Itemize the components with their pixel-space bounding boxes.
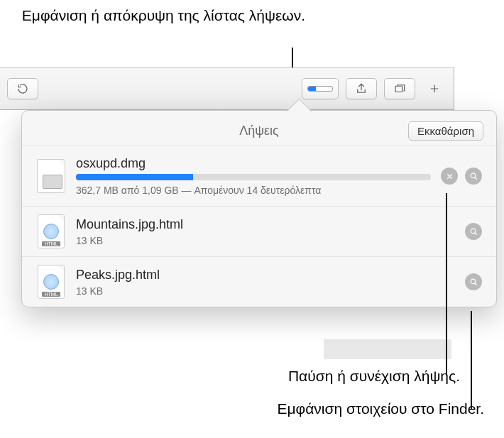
download-row: osxupd.dmg 362,7 MB από 1,09 GB — Απομέν… xyxy=(22,146,496,206)
svg-rect-0 xyxy=(395,86,402,92)
browser-toolbar xyxy=(0,67,454,110)
new-tab-button[interactable] xyxy=(422,78,447,99)
magnify-icon xyxy=(469,227,478,236)
svg-point-1 xyxy=(471,173,476,178)
svg-point-2 xyxy=(471,229,476,234)
svg-point-3 xyxy=(471,279,476,284)
tabs-icon xyxy=(393,82,406,95)
clear-button[interactable]: Εκκαθάριση xyxy=(408,121,483,141)
download-filename: Mountains.jpg.html xyxy=(76,217,455,232)
stop-download-button[interactable] xyxy=(441,168,458,185)
downloads-button[interactable] xyxy=(302,78,339,99)
download-filename: osxupd.dmg xyxy=(76,156,431,171)
plus-icon xyxy=(428,82,441,95)
download-status: 13 KB xyxy=(76,285,455,297)
callout-line-pause xyxy=(446,193,447,376)
download-progress-bar xyxy=(76,174,431,180)
background-shadow xyxy=(324,339,451,359)
callout-line-finder xyxy=(471,311,472,410)
popover-header: Λήψεις Εκκαθάριση xyxy=(22,111,496,146)
downloads-popover: Λήψεις Εκκαθάριση osxupd.dmg 362,7 MB απ… xyxy=(21,110,497,307)
reload-icon xyxy=(16,82,29,95)
file-icon-html: HTML xyxy=(36,267,66,297)
show-in-finder-button[interactable] xyxy=(465,273,482,290)
popover-title: Λήψεις xyxy=(239,124,279,138)
share-icon xyxy=(355,82,368,95)
tabs-button[interactable] xyxy=(384,78,415,99)
magnify-icon xyxy=(469,172,478,181)
callout-finder: Εμφάνιση στοιχείου στο Finder. xyxy=(277,400,484,417)
callout-pause: Παύση ή συνέχιση λήψης. xyxy=(288,368,460,385)
download-row: HTML Peaks.jpg.html 13 KB xyxy=(22,256,496,307)
magnify-icon xyxy=(469,278,478,287)
show-in-finder-button[interactable] xyxy=(465,168,482,185)
share-button[interactable] xyxy=(346,78,377,99)
file-icon-html: HTML xyxy=(36,217,66,246)
show-in-finder-button[interactable] xyxy=(465,223,482,240)
download-status: 362,7 MB από 1,09 GB — Απομένουν 14 δευτ… xyxy=(76,185,431,196)
download-row: HTML Mountains.jpg.html 13 KB xyxy=(22,206,496,256)
reload-button[interactable] xyxy=(7,78,38,99)
callout-downloads-toggle: Εμφάνιση ή απόκρυψη της λίστας λήψεων. xyxy=(0,6,305,25)
close-icon xyxy=(445,172,454,181)
file-icon-dmg xyxy=(36,161,66,191)
download-filename: Peaks.jpg.html xyxy=(76,268,455,283)
download-status: 13 KB xyxy=(76,235,455,246)
downloads-progress-icon xyxy=(307,86,333,92)
